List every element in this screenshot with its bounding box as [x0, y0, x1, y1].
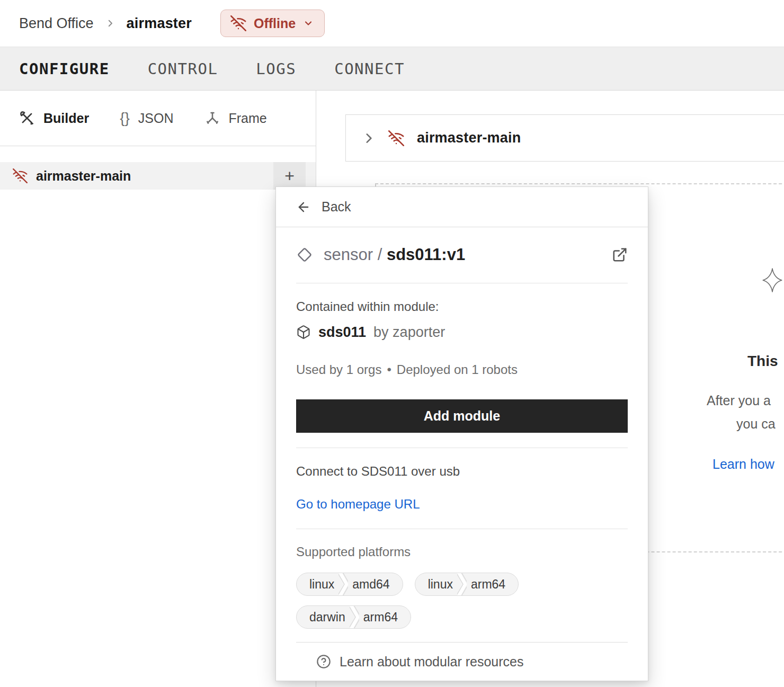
chevron-right-icon[interactable] [362, 131, 376, 145]
badge-os: linux [415, 573, 457, 595]
modular-resources-label: Learn about modular resources [340, 654, 523, 670]
module-usage: Used by 1 orgs•Deployed on 1 robots [296, 362, 628, 378]
mode-frame-label: Frame [229, 111, 267, 126]
braces-icon: {} [120, 110, 130, 127]
platform-badge: linux arm64 [415, 573, 519, 596]
chevron-down-icon [303, 18, 314, 29]
resource-separator: / [378, 245, 382, 264]
sidebar-item-label: airmaster-main [36, 168, 131, 184]
package-icon [296, 325, 311, 340]
homepage-url-link[interactable]: Go to homepage URL [296, 496, 420, 513]
status-label: Offline [254, 16, 296, 31]
mode-builder-label: Builder [43, 111, 89, 126]
tab-control[interactable]: CONTROL [148, 60, 218, 78]
chevron-divider-icon [338, 573, 348, 595]
platform-badge: linux amd64 [296, 573, 403, 596]
module-description-section: Connect to SDS011 over usb Go to homepag… [296, 448, 628, 529]
badge-os: darwin [297, 606, 350, 628]
machine-part-card[interactable]: airmaster-main [345, 114, 784, 162]
wifi-off-icon [388, 130, 404, 146]
module-description: Connect to SDS011 over usb [296, 463, 628, 480]
config-sidebar: Builder {} JSON Frame airmaster-main + [0, 91, 316, 687]
contained-label: Contained within module: [296, 298, 628, 315]
top-header: Bend Office airmaster Offline [0, 0, 784, 47]
sidebar-item-airmaster-main[interactable]: airmaster-main + [0, 162, 316, 190]
add-module-button[interactable]: Add module [296, 399, 628, 433]
modular-resources-link[interactable]: Learn about modular resources [296, 642, 628, 681]
platforms-label: Supported platforms [296, 544, 628, 560]
learn-how-link[interactable]: Learn how [712, 457, 774, 472]
tab-logs[interactable]: LOGS [256, 60, 296, 78]
mode-json[interactable]: {} JSON [120, 110, 173, 127]
dot-separator: • [387, 362, 391, 377]
module-name: sds011 [318, 323, 366, 342]
tools-icon [19, 110, 35, 126]
mode-frame[interactable]: Frame [204, 110, 267, 126]
help-circle-icon [316, 654, 331, 669]
chevron-divider-icon [350, 606, 359, 628]
module-info-section: Contained within module: sds011 by zapor… [296, 283, 628, 448]
badge-arch: amd64 [348, 573, 402, 595]
module-author: by zaporter [373, 323, 445, 342]
arrow-left-icon [296, 200, 311, 215]
back-button[interactable]: Back [276, 187, 648, 227]
add-component-button[interactable]: + [273, 162, 306, 190]
used-by-text: Used by 1 orgs [296, 362, 381, 377]
sparkle-icon [762, 267, 783, 293]
empty-state-heading: This [747, 353, 778, 370]
mode-json-label: JSON [138, 111, 174, 126]
badge-os: linux [297, 573, 338, 595]
empty-state-text-line2: you ca [736, 416, 776, 432]
frame-axis-icon [204, 110, 220, 126]
popover-body: sensor / sds011:v1 Contained within modu… [276, 227, 648, 681]
breadcrumb-machine: airmaster [127, 15, 192, 32]
diamond-icon [296, 246, 313, 263]
deployed-text: Deployed on 1 robots [397, 362, 518, 377]
chevron-right-icon [105, 19, 115, 28]
external-link-icon[interactable] [612, 247, 628, 263]
wifi-off-icon [13, 168, 28, 183]
module-details-popover: Back sensor / sds011:v1 Contained within… [275, 186, 648, 681]
main-tabbar: CONFIGURE CONTROL LOGS CONNECT [0, 47, 784, 91]
resource-model: sds011:v1 [387, 245, 465, 264]
badge-arch: arm64 [359, 606, 411, 628]
machine-status-dropdown[interactable]: Offline [220, 10, 325, 37]
machine-part-label: airmaster-main [417, 130, 521, 146]
tab-connect[interactable]: CONNECT [334, 60, 405, 78]
badge-arch: arm64 [467, 573, 518, 595]
config-mode-switcher: Builder {} JSON Frame [0, 91, 316, 146]
empty-state-text-line1: After you a [707, 393, 771, 408]
resource-title: sensor / sds011:v1 [324, 245, 465, 264]
tab-configure[interactable]: CONFIGURE [19, 60, 110, 78]
platforms-section: Supported platforms linux amd64 linux ar… [296, 529, 628, 629]
platform-badge: darwin arm64 [296, 605, 411, 629]
resource-title-row: sensor / sds011:v1 [296, 227, 628, 283]
platform-badges: linux amd64 linux arm64 darwin arm64 [296, 573, 593, 629]
module-line: sds011 by zaporter [296, 323, 628, 342]
mode-builder[interactable]: Builder [19, 110, 89, 126]
back-label: Back [322, 199, 351, 215]
resource-type: sensor [324, 245, 373, 264]
breadcrumb: Bend Office airmaster [19, 15, 192, 32]
chevron-divider-icon [457, 573, 467, 595]
breadcrumb-org[interactable]: Bend Office [19, 15, 94, 32]
wifi-off-icon [230, 15, 246, 31]
